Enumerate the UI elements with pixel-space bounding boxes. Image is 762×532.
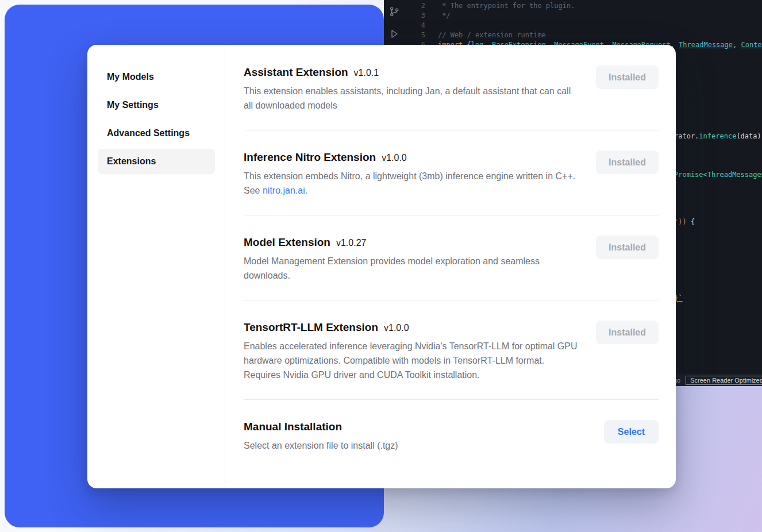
extension-title: Assistant Extension	[244, 64, 348, 80]
line-number: 4	[384, 21, 425, 30]
extension-row: Inference Nitro Extension v1.0.0 This ex…	[244, 130, 659, 215]
code-lines: 2 * The entrypoint for the plugin. 3 */ …	[384, 1, 762, 50]
extension-description: This extension enables assistants, inclu…	[244, 84, 582, 113]
extension-title-line: Inference Nitro Extension v1.0.0	[244, 149, 582, 165]
extension-title: Model Extension	[244, 234, 330, 250]
extension-description: Enables accelerated inference leveraging…	[244, 339, 582, 382]
line-number: 2	[384, 1, 425, 11]
settings-sidebar: My Models My Settings Advanced Settings …	[87, 45, 225, 488]
extension-version: v1.0.1	[354, 68, 379, 78]
sidebar-item-label: My Settings	[107, 100, 159, 110]
sidebar-item-my-settings[interactable]: My Settings	[98, 92, 215, 118]
extension-info: Manual Installation Select an extension …	[244, 419, 590, 453]
extensions-panel: Assistant Extension v1.0.1 This extensio…	[225, 45, 676, 488]
screen-reader-optimized-badge: Screen Reader Optimized	[686, 376, 762, 385]
installed-button[interactable]: Installed	[596, 65, 659, 89]
desktop-background: 2 * The entrypoint for the plugin. 3 */ …	[0, 0, 762, 532]
code-text: // Web / extension runtime	[438, 30, 546, 40]
extension-title-line: TensortRT-LLM Extension v1.0.0	[244, 319, 582, 336]
extension-version: v1.0.0	[384, 323, 409, 333]
extension-description: Model Management Extension provides mode…	[244, 254, 582, 283]
installed-button[interactable]: Installed	[596, 151, 659, 174]
extension-row: Assistant Extension v1.0.1 This extensio…	[244, 45, 659, 130]
code-fragment: rator.inference(data));	[674, 132, 762, 141]
sidebar-item-label: My Models	[107, 72, 154, 82]
extension-description: This extension embeds Nitro, a lightweig…	[244, 169, 582, 198]
extension-row: TensortRT-LLM Extension v1.0.0 Enables a…	[244, 300, 659, 400]
code-text: * The entrypoint for the plugin.	[438, 1, 575, 11]
sidebar-item-advanced-settings[interactable]: Advanced Settings	[98, 121, 215, 146]
extension-description: Select an extension file to install (.tg…	[244, 438, 582, 453]
installed-button[interactable]: Installed	[596, 321, 659, 344]
extension-info: TensortRT-LLM Extension v1.0.0 Enables a…	[244, 319, 582, 382]
code-line: 5 // Web / extension runtime	[384, 30, 762, 40]
status-bar-items: go Screen Reader Optimized	[674, 374, 762, 386]
code-line: 2 * The entrypoint for the plugin.	[384, 1, 762, 11]
code-text: */	[438, 11, 451, 21]
sidebar-item-my-models[interactable]: My Models	[98, 64, 215, 90]
sidebar-item-extensions[interactable]: Extensions	[98, 149, 215, 174]
installed-button[interactable]: Installed	[596, 236, 659, 259]
code-fragment: ')) {	[674, 217, 695, 227]
extension-version: v1.0.27	[336, 238, 366, 248]
extension-info: Inference Nitro Extension v1.0.0 This ex…	[244, 149, 582, 198]
extension-title-line: Model Extension v1.0.27	[244, 234, 582, 250]
extension-title-line: Assistant Extension v1.0.1	[244, 64, 582, 80]
sidebar-item-label: Advanced Settings	[107, 128, 190, 138]
nitro-jan-ai-link[interactable]: nitro.jan.ai	[263, 186, 305, 195]
extension-version: v1.0.0	[382, 153, 407, 163]
extension-info: Assistant Extension v1.0.1 This extensio…	[244, 64, 582, 113]
extension-title: Inference Nitro Extension	[244, 149, 376, 165]
sidebar-item-label: Extensions	[107, 156, 156, 167]
extension-info: Model Extension v1.0.27 Model Management…	[244, 234, 582, 283]
line-number: 5	[384, 30, 425, 40]
settings-modal: My Models My Settings Advanced Settings …	[87, 45, 676, 488]
line-number: 3	[384, 11, 425, 21]
code-line: 3 */	[384, 11, 762, 21]
code-line: 4	[384, 21, 762, 30]
extension-title: TensortRT-LLM Extension	[244, 319, 378, 336]
extension-title: Manual Installation	[244, 419, 342, 435]
extension-row-manual-installation: Manual Installation Select an extension …	[244, 400, 659, 470]
extension-title-line: Manual Installation	[244, 419, 590, 435]
code-fragment: Promise<ThreadMessage>	[674, 170, 762, 180]
select-button[interactable]: Select	[604, 420, 659, 444]
extension-row: Model Extension v1.0.27 Model Management…	[244, 215, 659, 300]
